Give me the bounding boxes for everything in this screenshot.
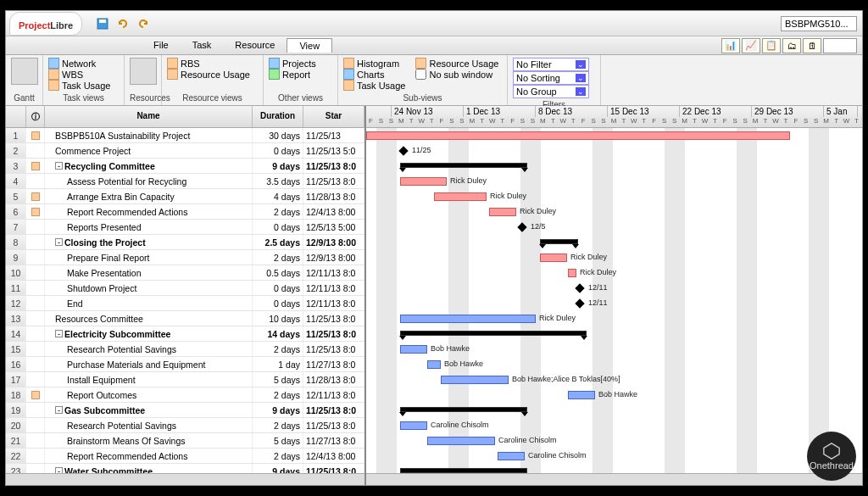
note-icon bbox=[31, 208, 40, 216]
table-row[interactable]: 7Reports Presented0 days12/5/13 5:00 bbox=[6, 220, 364, 235]
milestone-icon[interactable] bbox=[517, 222, 526, 231]
network-btn[interactable]: Network bbox=[48, 58, 119, 69]
projects-btn[interactable]: Projects bbox=[269, 58, 332, 69]
gantt-bar[interactable] bbox=[427, 360, 441, 369]
task-grid: ⓘ Name Duration Star 1BSBPB510A Sustaina… bbox=[6, 106, 366, 485]
table-row[interactable]: 1BSBPB510A Sustainability Project30 days… bbox=[6, 128, 364, 143]
note-icon bbox=[31, 162, 40, 170]
bar-label: Bob Hawke;Alice B Toklas[40%] bbox=[512, 375, 620, 383]
taskusage2-btn[interactable]: Task Usage bbox=[343, 80, 405, 91]
logo: ProjectLibre bbox=[9, 12, 82, 36]
gantt-bar[interactable] bbox=[400, 407, 527, 412]
gantt-bar[interactable] bbox=[498, 452, 525, 460]
gantt-bar[interactable] bbox=[434, 192, 487, 201]
toolbar-btn-4[interactable]: 🗂 bbox=[782, 38, 801, 53]
toolbar-btn-2[interactable]: 📈 bbox=[742, 38, 760, 53]
table-row[interactable]: 15Research Potential Savings2 days11/25/… bbox=[6, 342, 364, 357]
table-row[interactable]: 11Shutdown Project0 days12/11/13 8:0 bbox=[6, 281, 364, 296]
report-btn[interactable]: Report bbox=[269, 69, 332, 80]
menu-view[interactable]: View bbox=[287, 38, 332, 53]
resusage2-btn[interactable]: Resource Usage bbox=[415, 58, 498, 69]
gantt-bar[interactable] bbox=[568, 391, 595, 399]
milestone-icon[interactable] bbox=[398, 146, 408, 155]
bar-label: Caroline Chisolm bbox=[498, 436, 557, 444]
note-icon bbox=[31, 131, 40, 140]
charts-btn[interactable]: Charts bbox=[343, 69, 405, 80]
table-row[interactable]: 17Install Equipment5 days11/28/13 8:0 bbox=[6, 372, 364, 387]
table-row[interactable]: 4Assess Potential for Recycling3.5 days1… bbox=[6, 174, 364, 189]
menu-resource[interactable]: Resource bbox=[223, 38, 287, 53]
gantt-bar[interactable] bbox=[568, 269, 576, 277]
menubar: FileTaskResourceView 📊 📈 📋 🗂 🗓 bbox=[6, 36, 862, 55]
resources-button[interactable] bbox=[130, 58, 157, 85]
bar-label: Rick Duley bbox=[580, 268, 616, 276]
menu-file[interactable]: File bbox=[142, 38, 181, 53]
wbs-btn[interactable]: WBS bbox=[48, 69, 119, 80]
titlebar: ProjectLibre bbox=[6, 11, 862, 36]
bar-label: Rick Duley bbox=[490, 192, 526, 200]
gantt-bar[interactable] bbox=[400, 345, 427, 354]
gantt-bar[interactable] bbox=[400, 331, 587, 336]
table-row[interactable]: 3-Recycling Committee9 days11/25/13 8:0 bbox=[6, 159, 364, 174]
gantt-bar[interactable] bbox=[540, 239, 578, 244]
toolbar-btn-3[interactable]: 📋 bbox=[762, 38, 781, 53]
table-row[interactable]: 8-Closing the Project2.5 days12/9/13 8:0… bbox=[6, 235, 364, 250]
bar-label: Rick Duley bbox=[520, 207, 556, 215]
bar-label: Bob Hawke bbox=[431, 344, 470, 353]
table-row[interactable]: 10Make Presentation0.5 days12/11/13 8:0 bbox=[6, 265, 364, 281]
toolbar-btn-5[interactable]: 🗓 bbox=[803, 38, 821, 53]
gantt-bar[interactable] bbox=[489, 208, 516, 216]
gantt-bar[interactable] bbox=[400, 315, 536, 323]
gantt-bar[interactable] bbox=[400, 468, 527, 473]
table-row[interactable]: 22Report Recommended Actions2 days12/4/1… bbox=[6, 449, 364, 464]
watermark-logo: Onethread bbox=[807, 432, 856, 481]
gantt-bar[interactable] bbox=[400, 421, 427, 430]
gantt-bar[interactable] bbox=[366, 131, 790, 140]
table-row[interactable]: 14-Electricity Subcommittee14 days11/25/… bbox=[6, 326, 364, 342]
gantt-bar[interactable] bbox=[540, 254, 567, 262]
gantt-bar[interactable] bbox=[441, 376, 509, 384]
ribbon: Gantt Network WBS Task Usage Task views … bbox=[6, 55, 862, 106]
filter-select[interactable]: No Filter⌄ bbox=[513, 58, 589, 71]
redo-icon[interactable] bbox=[136, 17, 150, 31]
nosub-chk[interactable]: No sub window bbox=[415, 69, 498, 80]
table-row[interactable]: 13Resources Committee10 days11/25/13 8:0 bbox=[6, 311, 364, 326]
gantt-bar[interactable] bbox=[400, 177, 447, 186]
taskusage-btn[interactable]: Task Usage bbox=[48, 80, 119, 91]
milestone-icon[interactable] bbox=[575, 283, 584, 293]
svg-rect-1 bbox=[99, 20, 106, 23]
table-row[interactable]: 20Research Potential Savings2 days11/25/… bbox=[6, 418, 364, 433]
gantt-bar[interactable] bbox=[400, 163, 527, 168]
table-row[interactable]: 23-Water Subcommittee9 days11/25/13 8:0 bbox=[6, 464, 364, 473]
sort-select[interactable]: No Sorting⌄ bbox=[513, 71, 589, 85]
rbs-btn[interactable]: RBS bbox=[167, 58, 258, 69]
gantt-bar[interactable] bbox=[427, 437, 495, 445]
resusage-btn[interactable]: Resource Usage bbox=[167, 69, 258, 80]
table-row[interactable]: 12End0 days12/11/13 8:0 bbox=[6, 296, 364, 311]
group-select[interactable]: No Group⌄ bbox=[513, 85, 589, 98]
gantt-button[interactable] bbox=[11, 58, 38, 85]
table-row[interactable]: 21Brainstorm Means Of Savings5 days11/27… bbox=[6, 433, 364, 449]
h-scrollbar-left[interactable] bbox=[6, 473, 364, 485]
project-name-field[interactable] bbox=[781, 16, 857, 31]
bar-label: Caroline Chisolm bbox=[431, 421, 489, 429]
table-row[interactable]: 19-Gas Subcommittee9 days11/25/13 8:0 bbox=[6, 403, 364, 418]
bar-label: Caroline Chisolm bbox=[528, 451, 587, 460]
table-row[interactable]: 5Arrange Extra Bin Capacity4 days11/28/1… bbox=[6, 189, 364, 204]
table-row[interactable]: 2Commence Project0 days11/25/13 5:0 bbox=[6, 143, 364, 159]
undo-icon[interactable] bbox=[116, 17, 130, 31]
table-row[interactable]: 16Purchase Materials and Equipment1 day1… bbox=[6, 357, 364, 372]
table-row[interactable]: 18Report Outcomes2 days12/11/13 8:0 bbox=[6, 387, 364, 403]
save-icon[interactable] bbox=[96, 17, 109, 31]
menu-task[interactable]: Task bbox=[181, 38, 224, 53]
toolbar-btn-1[interactable]: 📊 bbox=[721, 38, 740, 53]
app-window: ProjectLibre FileTaskResourceView 📊 📈 📋 … bbox=[5, 10, 863, 486]
histogram-btn[interactable]: Histogram bbox=[343, 58, 405, 69]
table-row[interactable]: 9Prepare Final Report2 days12/9/13 8:00 bbox=[6, 250, 364, 265]
note-icon bbox=[31, 192, 40, 201]
table-row[interactable]: 6Report Recommended Actions2 days12/4/13… bbox=[6, 204, 364, 220]
gantt-chart: 24 Nov 131 Dec 138 Dec 1315 Dec 1322 Dec… bbox=[366, 106, 862, 485]
h-scrollbar-right[interactable] bbox=[366, 473, 862, 485]
milestone-icon[interactable] bbox=[575, 298, 584, 308]
toolbar-field[interactable] bbox=[823, 38, 857, 53]
